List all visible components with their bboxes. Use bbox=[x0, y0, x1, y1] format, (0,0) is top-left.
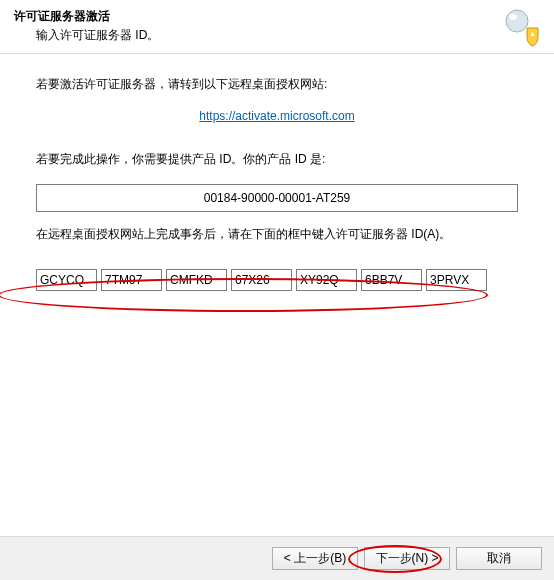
cancel-button[interactable]: 取消 bbox=[456, 547, 542, 570]
server-id-input-1[interactable] bbox=[36, 269, 97, 291]
activate-prompt: 若要激活许可证服务器，请转到以下远程桌面授权网站: bbox=[36, 76, 518, 93]
server-id-input-3[interactable] bbox=[166, 269, 227, 291]
server-id-input-4[interactable] bbox=[231, 269, 292, 291]
product-id-value: 00184-90000-00001-AT259 bbox=[204, 191, 351, 205]
next-button[interactable]: 下一步(N) > bbox=[364, 547, 450, 570]
server-id-fields bbox=[36, 269, 518, 291]
server-id-input-6[interactable] bbox=[361, 269, 422, 291]
license-shield-icon bbox=[500, 6, 542, 48]
product-id-box: 00184-90000-00001-AT259 bbox=[36, 184, 518, 212]
server-id-input-5[interactable] bbox=[296, 269, 357, 291]
activation-link[interactable]: https://activate.microsoft.com bbox=[199, 109, 354, 123]
svg-point-0 bbox=[506, 10, 528, 32]
wizard-footer: < 上一步(B) 下一步(N) > 取消 bbox=[0, 536, 554, 580]
back-button[interactable]: < 上一步(B) bbox=[272, 547, 358, 570]
svg-point-1 bbox=[509, 14, 517, 20]
page-subtitle: 输入许可证服务器 ID。 bbox=[36, 27, 542, 44]
wizard-content: 若要激活许可证服务器，请转到以下远程桌面授权网站: https://activa… bbox=[0, 54, 554, 291]
server-id-input-7[interactable] bbox=[426, 269, 487, 291]
server-id-prompt: 在远程桌面授权网站上完成事务后，请在下面的框中键入许可证服务器 ID(A)。 bbox=[36, 226, 518, 243]
product-id-prompt: 若要完成此操作，你需要提供产品 ID。你的产品 ID 是: bbox=[36, 151, 518, 168]
server-id-input-2[interactable] bbox=[101, 269, 162, 291]
wizard-header: 许可证服务器激活 输入许可证服务器 ID。 bbox=[0, 0, 554, 54]
page-title: 许可证服务器激活 bbox=[14, 8, 542, 25]
